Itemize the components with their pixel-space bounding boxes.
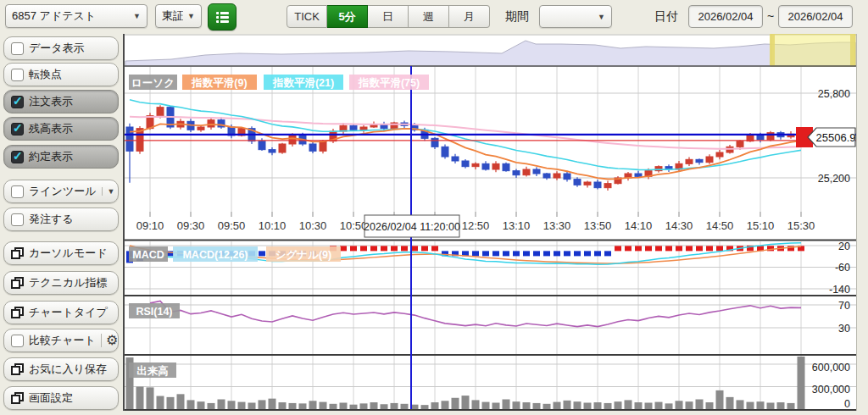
macd-axis-label: -140 <box>829 284 850 296</box>
trading-chart-app: { "toolbar": { "symbol": "6857 アドテスト", "… <box>0 0 868 415</box>
checkbox-compare-chart[interactable] <box>11 335 24 347</box>
x-axis-label: 10:30 <box>299 219 327 232</box>
sidebar-label-order-display: 注文表示 <box>29 94 111 109</box>
svg-text:出来高: 出来高 <box>136 365 169 377</box>
x-axis-label: 10:10 <box>259 219 287 232</box>
sidebar-button-balance-display[interactable]: 残高表示 <box>3 117 119 141</box>
chart-canvas[interactable]: 09:1009:3009:5010:1010:3010:5011:1012:30… <box>125 34 856 411</box>
interval-button-5分[interactable]: 5分 <box>327 5 368 28</box>
window-icon <box>11 277 24 289</box>
checkbox-turning-point[interactable] <box>11 69 24 81</box>
chart-area[interactable]: 09:1009:3009:5010:1010:3010:5011:1012:30… <box>123 34 857 411</box>
volume-axis-label: 600,000 <box>812 362 850 374</box>
sidebar-button-order-display[interactable]: 注文表示 <box>3 90 119 113</box>
checkbox-data-display[interactable] <box>11 42 24 55</box>
sidebar-button-technical-indicator[interactable]: テクニカル指標 <box>3 271 119 295</box>
sidebar-label-compare-chart: 比較チャート <box>29 333 96 348</box>
macd-axis-label: 20 <box>838 241 850 252</box>
top-toolbar: 6857 アドテスト ▼ 東証 ▼ TICK5分日週月 期間 ▼ 日付 ~ <box>0 0 868 34</box>
current-price-flag: 25506.9 <box>796 127 856 147</box>
sidebar-label-data-display: データ表示 <box>29 41 111 56</box>
svg-text:MACD(12,26): MACD(12,26) <box>182 249 248 261</box>
chevron-down-icon: ▼ <box>187 12 195 20</box>
svg-text:RSI(14): RSI(14) <box>136 306 172 318</box>
checkbox-order-display[interactable] <box>11 96 24 108</box>
chevron-down-icon[interactable]: ▼ <box>102 187 115 196</box>
exchange-select-value: 東証 <box>162 8 183 24</box>
sidebar-label-chart-type: チャートタイプ <box>29 305 111 320</box>
gear-icon[interactable]: ⚙ <box>101 334 118 347</box>
window-icon <box>11 392 24 404</box>
sidebar-label-save-favorite: お気に入り保存 <box>29 362 111 377</box>
sidebar-label-technical-indicator: テクニカル指標 <box>29 275 111 290</box>
navigator-selection[interactable] <box>771 34 855 66</box>
x-axis-label: 09:30 <box>177 219 205 232</box>
rsi-axis-label: 30 <box>838 323 850 335</box>
x-axis-label: 09:50 <box>218 219 246 232</box>
checkbox-line-tool[interactable] <box>11 185 24 198</box>
sidebar: データ表示転換点注文表示残高表示約定表示ラインツール▼発注するカーソルモードテク… <box>0 34 123 415</box>
x-axis-label: 13:10 <box>503 219 531 232</box>
sidebar-label-cursor-mode: カーソルモード <box>29 246 111 261</box>
symbol-list-button[interactable] <box>208 3 236 30</box>
date-range-separator: ~ <box>767 9 774 23</box>
checkbox-balance-display[interactable] <box>11 123 24 136</box>
macd-axis-label: -60 <box>835 262 850 274</box>
window-icon <box>11 363 24 375</box>
sidebar-button-turning-point[interactable]: 転換点 <box>3 63 119 86</box>
interval-button-週[interactable]: 週 <box>409 5 449 28</box>
svg-text:2026/02/04 11:20:00: 2026/02/04 11:20:00 <box>364 221 460 233</box>
x-axis-label: 15:30 <box>787 219 815 232</box>
sidebar-label-turning-point: 転換点 <box>29 67 111 82</box>
window-icon <box>11 247 24 259</box>
sidebar-button-data-display[interactable]: データ表示 <box>3 36 119 60</box>
date-label: 日付 <box>654 9 678 25</box>
volume-axis-label: 0 <box>844 398 850 410</box>
x-axis-label: 12:50 <box>462 219 490 232</box>
sidebar-button-compare-chart[interactable]: 比較チャート⚙ <box>3 329 119 352</box>
x-axis-label: 15:10 <box>747 219 775 232</box>
period-select[interactable]: ▼ <box>539 5 612 28</box>
sidebar-label-balance-display: 残高表示 <box>29 121 111 136</box>
date-from-input[interactable] <box>688 5 763 28</box>
x-axis-label: 13:50 <box>584 219 612 232</box>
exchange-select[interactable]: 東証 ▼ <box>155 4 202 28</box>
svg-text:MACD: MACD <box>132 249 164 261</box>
date-to-input[interactable] <box>778 5 853 28</box>
sidebar-button-place-order[interactable]: 発注する <box>3 208 119 231</box>
sidebar-button-execution-display[interactable]: 約定表示 <box>3 145 119 169</box>
chevron-down-icon: ▼ <box>598 13 605 21</box>
price-axis-label: 25,200 <box>818 173 850 185</box>
sidebar-button-chart-type[interactable]: チャートタイプ <box>3 301 119 324</box>
interval-button-日[interactable]: 日 <box>368 5 409 28</box>
sidebar-label-place-order: 発注する <box>29 212 111 227</box>
svg-text:指数平滑(75): 指数平滑(75) <box>358 77 420 89</box>
period-label: 期間 <box>505 9 529 25</box>
svg-text:指数平滑(21): 指数平滑(21) <box>272 77 334 89</box>
sidebar-label-screen-settings: 画面設定 <box>29 390 111 406</box>
list-icon <box>216 12 229 23</box>
sidebar-button-screen-settings[interactable]: 画面設定 <box>3 386 119 410</box>
window-icon <box>11 307 24 318</box>
sidebar-button-line-tool[interactable]: ラインツール▼ <box>3 180 119 203</box>
checkbox-execution-display[interactable] <box>11 151 24 163</box>
x-axis-label: 14:30 <box>665 219 693 232</box>
x-axis-label: 14:50 <box>706 219 734 232</box>
x-axis-label: 13:30 <box>543 219 571 232</box>
sidebar-button-cursor-mode[interactable]: カーソルモード <box>3 241 119 265</box>
interval-button-月[interactable]: 月 <box>449 5 490 28</box>
interval-button-TICK[interactable]: TICK <box>287 5 327 28</box>
x-axis-label: 09:10 <box>136 219 164 232</box>
svg-text:ローソク: ローソク <box>131 77 175 89</box>
interval-button-group: TICK5分日週月 <box>287 5 490 28</box>
checkbox-place-order[interactable] <box>11 213 24 226</box>
price-axis-label: 25,800 <box>818 88 850 100</box>
chevron-down-icon: ▼ <box>133 12 141 20</box>
x-axis-label: 14:10 <box>625 219 653 232</box>
symbol-select[interactable]: 6857 アドテスト ▼ <box>5 4 147 28</box>
symbol-select-value: 6857 アドテスト <box>12 8 129 24</box>
svg-text:25506.9: 25506.9 <box>816 131 856 144</box>
sidebar-button-save-favorite[interactable]: お気に入り保存 <box>3 357 119 381</box>
svg-text:シグナル(9): シグナル(9) <box>275 249 331 261</box>
volume-axis-label: 300,000 <box>812 384 850 396</box>
